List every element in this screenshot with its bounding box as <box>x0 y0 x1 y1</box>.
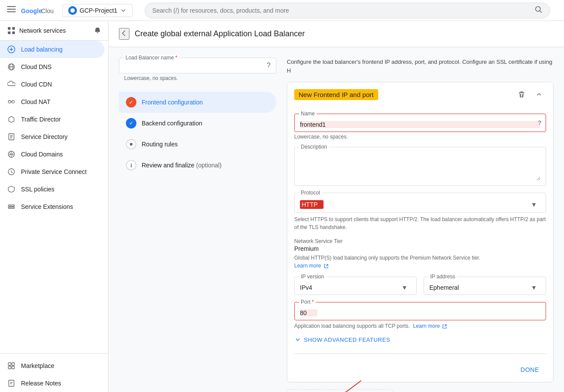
lb-name-input[interactable] <box>125 62 267 69</box>
search-bar[interactable] <box>145 3 550 18</box>
svg-point-6 <box>536 7 540 11</box>
step-icon-frontend: ✓ <box>126 97 136 108</box>
steps-list: ✓ Frontend configuration ✓ Backend confi… <box>119 92 276 176</box>
collapse-frontend-button[interactable] <box>532 87 546 101</box>
sidebar-item-cloud-dns[interactable]: Cloud DNS <box>0 58 104 76</box>
step-label-backend: Backend configuration <box>142 120 202 127</box>
description-input[interactable] <box>300 154 540 180</box>
external-link-icon <box>324 264 329 269</box>
sidebar-item-cloud-domains[interactable]: Cloud Domains <box>0 146 104 163</box>
name-field[interactable]: Name ? <box>294 114 546 132</box>
topbar: Google Cloud GCP-Project1 <box>0 0 564 21</box>
svg-rect-25 <box>12 366 14 369</box>
lb-name-section: Load Balancer name * ? Lowercase, no spa… <box>119 58 276 81</box>
sidebar-item-label: Private Service Connect <box>21 168 87 175</box>
step-label-routing: Routing rules <box>142 141 178 148</box>
page-header: Create global external Application Load … <box>108 21 564 47</box>
sidebar-item-marketplace[interactable]: Marketplace <box>0 357 104 375</box>
sidebar-item-load-balancing[interactable]: Load balancing <box>0 41 104 58</box>
sidebar-divider <box>0 353 108 354</box>
svg-rect-10 <box>8 31 10 34</box>
search-input[interactable] <box>152 7 535 14</box>
main-layout: Network services Load balancing Cloud DN… <box>0 21 564 392</box>
protocol-field[interactable]: Protocol HTTP HTTPS ▼ <box>294 193 546 213</box>
footer-actions: DONE <box>287 354 553 382</box>
step-icon-backend: ✓ <box>126 118 136 128</box>
cloud-dns-icon <box>7 62 16 71</box>
step-backend[interactable]: ✓ Backend configuration <box>119 113 276 134</box>
sidebar-item-service-directory[interactable]: Service Directory <box>0 128 104 146</box>
step-label-review: Review and finalize (optional) <box>142 162 222 169</box>
ip-version-field[interactable]: IP version IPv4 IPv6 ▼ <box>294 277 417 295</box>
sidebar-item-label: SSL policies <box>21 186 55 193</box>
sidebar-item-label: Load balancing <box>21 46 63 53</box>
sidebar-item-label: Cloud CDN <box>21 81 52 88</box>
ip-address-select[interactable]: Ephemeral <box>429 284 540 291</box>
name-input[interactable] <box>300 121 540 128</box>
project-icon <box>68 6 77 15</box>
lb-name-field[interactable]: Load Balancer name * ? <box>119 58 276 73</box>
ip-address-field[interactable]: IP address Ephemeral ▼ <box>424 277 546 295</box>
svg-point-29 <box>130 143 132 146</box>
svg-rect-23 <box>12 363 14 365</box>
svg-rect-2 <box>7 11 16 12</box>
frontend-card-actions <box>515 87 546 101</box>
back-button[interactable] <box>119 28 129 40</box>
step-routing[interactable]: Routing rules <box>119 134 276 155</box>
delete-icon <box>518 90 526 98</box>
ip-address-form-group: IP address Ephemeral ▼ <box>424 277 546 295</box>
sidebar-item-label: Cloud DNS <box>21 63 52 70</box>
sidebar-item-cloud-cdn[interactable]: Cloud CDN <box>0 76 104 93</box>
svg-rect-20 <box>8 205 14 206</box>
sidebar-item-label: Service Directory <box>21 133 68 140</box>
step-label-frontend: Frontend configuration <box>142 99 203 106</box>
service-directory-icon <box>7 132 16 141</box>
name-field-label: Name <box>299 111 317 117</box>
delete-frontend-button[interactable] <box>515 87 529 101</box>
google-cloud-logo: Google Cloud <box>21 5 54 16</box>
lb-name-help-icon[interactable]: ? <box>267 62 271 69</box>
port-input[interactable] <box>300 309 317 316</box>
description-form-group: Description <box>294 147 546 186</box>
protocol-form-group: Protocol HTTP HTTPS ▼ Select HTTPS to su… <box>294 193 546 231</box>
marketplace-icon <box>7 361 16 370</box>
ssl-policies-icon <box>7 185 16 194</box>
svg-point-14 <box>12 101 14 103</box>
bell-icon[interactable] <box>94 27 101 34</box>
nst-value: Premium <box>294 245 546 252</box>
step-review[interactable]: i Review and finalize (optional) <box>119 155 276 176</box>
port-learn-more-link[interactable]: Learn more <box>413 323 448 329</box>
svg-text:Cloud: Cloud <box>41 7 54 14</box>
protocol-field-label: Protocol <box>299 190 322 196</box>
sidebar-item-private-service-connect[interactable]: Private Service Connect <box>0 163 104 180</box>
info-text: Configure the load balancer's frontend I… <box>287 58 554 75</box>
project-selector[interactable]: GCP-Project1 <box>63 4 132 17</box>
network-services-icon <box>7 26 16 35</box>
sidebar-item-traffic-director[interactable]: Traffic Director <box>0 111 104 128</box>
chevron-up-icon <box>535 90 543 98</box>
sidebar-item-cloud-nat[interactable]: Cloud NAT <box>0 93 104 111</box>
port-field[interactable]: Port * <box>294 302 546 320</box>
description-field[interactable]: Description <box>294 147 546 186</box>
service-extensions-icon <box>7 202 16 211</box>
protocol-select[interactable]: HTTP HTTPS <box>300 200 324 209</box>
name-help-icon[interactable]: ? <box>538 119 541 126</box>
nst-learn-more-link[interactable]: Learn more <box>294 263 329 269</box>
ip-address-select-wrapper: Ephemeral ▼ <box>429 284 540 291</box>
show-advanced-features[interactable]: SHOW ADVANCED FEATURES <box>294 336 546 343</box>
menu-icon[interactable] <box>7 5 16 16</box>
ip-version-select[interactable]: IPv4 IPv6 <box>300 284 411 291</box>
release-notes-icon <box>7 379 16 388</box>
name-form-group: Name ? Lowercase, no spaces. <box>294 114 546 140</box>
search-button[interactable] <box>535 6 543 15</box>
sidebar-item-label: Service Extensions <box>21 203 73 210</box>
sidebar-item-service-extensions[interactable]: Service Extensions <box>0 198 104 215</box>
svg-point-5 <box>70 8 75 13</box>
sidebar: Network services Load balancing Cloud DN… <box>0 21 108 392</box>
sidebar-item-ssl-policies[interactable]: SSL policies <box>0 180 104 198</box>
protocol-dropdown-icon: ▼ <box>531 201 537 208</box>
sidebar-item-release-notes[interactable]: Release Notes <box>0 375 104 392</box>
traffic-director-icon <box>7 115 16 124</box>
step-frontend[interactable]: ✓ Frontend configuration <box>119 92 276 113</box>
done-button[interactable]: DONE <box>514 363 546 377</box>
